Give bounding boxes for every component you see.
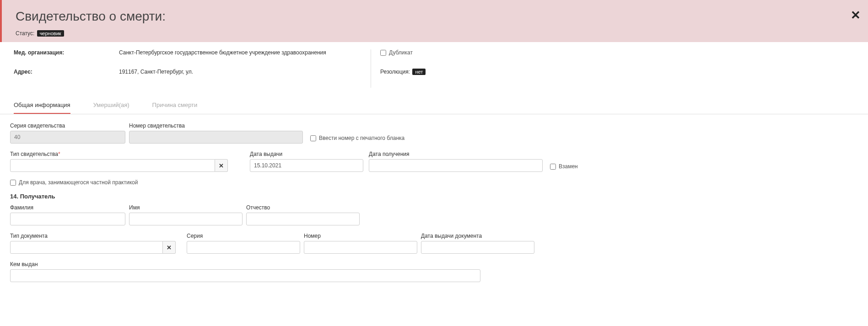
page-header: Свидетельство о смерти: Статус: черновик… [0, 0, 868, 42]
private-doctor-label: Для врача, занимающегося частной практик… [19, 179, 138, 186]
name-input[interactable] [129, 213, 243, 225]
doc-type-input[interactable] [10, 241, 163, 254]
surname-input[interactable] [10, 213, 125, 225]
receive-date-input[interactable] [369, 159, 543, 172]
org-label: Мед. организация: [14, 49, 119, 56]
cert-type-input[interactable] [10, 159, 215, 172]
enter-number-checkbox[interactable] [310, 135, 316, 141]
issued-by-input[interactable] [10, 269, 480, 282]
doc-number-label: Номер [304, 233, 417, 239]
addr-value: 191167, Санкт-Петербург, ул. [119, 69, 193, 75]
enter-number-label: Ввести номер с печатного бланка [319, 135, 404, 141]
page-title: Свидетельство о смерти: [16, 9, 855, 24]
series-input [10, 131, 125, 144]
number-input [129, 131, 303, 144]
status-badge: черновик [37, 30, 64, 37]
close-icon: ✕ [167, 244, 172, 251]
duplicate-label: Дубликат [389, 49, 413, 56]
tab-cause[interactable]: Причина смерти [152, 97, 198, 114]
resolution-badge: нет [412, 69, 426, 75]
private-doctor-checkbox[interactable] [10, 180, 16, 186]
patronymic-input[interactable] [246, 213, 360, 225]
replace-label: Взамен [559, 163, 578, 170]
close-icon: ✕ [219, 162, 224, 169]
number-label: Номер свидетельства [129, 123, 303, 129]
cert-type-clear-button[interactable]: ✕ [215, 159, 228, 172]
doc-series-input[interactable] [187, 241, 300, 254]
org-value: Санкт-Петербургское государственное бюдж… [119, 49, 326, 56]
recipient-header: 14. Получатель [10, 193, 858, 200]
doc-issue-date-label: Дата выдачи документа [421, 233, 534, 239]
doc-type-clear-button[interactable]: ✕ [163, 241, 176, 254]
tabs: Общая информация Умерший(ая) Причина сме… [0, 97, 868, 114]
issued-by-label: Кем выдан [10, 261, 480, 267]
doc-issue-date-input[interactable] [421, 241, 534, 254]
doc-number-input[interactable] [304, 241, 417, 254]
patronymic-label: Отчество [246, 204, 360, 211]
tab-general[interactable]: Общая информация [14, 97, 70, 114]
status-line: Статус: черновик [16, 30, 855, 37]
receive-date-label: Дата получения [369, 151, 543, 157]
addr-label: Адрес: [14, 69, 119, 75]
close-icon[interactable]: ✕ [851, 8, 861, 22]
resolution-label: Резолюция: [380, 69, 410, 75]
doc-series-label: Серия [187, 233, 300, 239]
duplicate-checkbox[interactable] [380, 50, 386, 56]
surname-label: Фамилия [10, 204, 125, 211]
tab-deceased[interactable]: Умерший(ая) [93, 97, 129, 114]
replace-checkbox[interactable] [550, 164, 556, 170]
cert-type-label: Тип свидетельства [10, 151, 228, 157]
name-label: Имя [129, 204, 243, 211]
doc-type-label: Тип документа [10, 233, 176, 239]
issue-date-label: Дата выдачи [250, 151, 363, 157]
status-label: Статус: [16, 30, 34, 37]
issue-date-input[interactable] [250, 159, 363, 172]
series-label: Серия свидетельства [10, 123, 125, 129]
